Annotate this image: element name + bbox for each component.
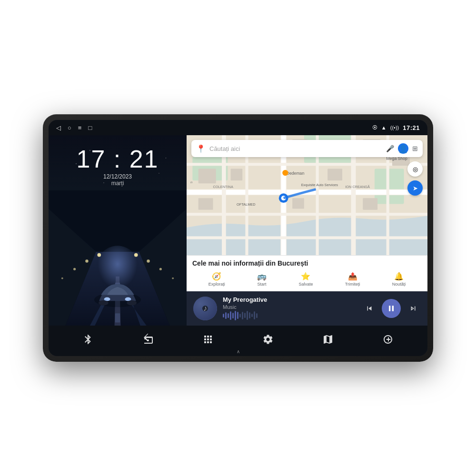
explorați-icon: 🧭 xyxy=(212,272,221,281)
bottom-nav-arrow: ∧ xyxy=(237,349,240,354)
right-panel: COLENTINA ION CREANGĂ Ș Carrefour Dragon… xyxy=(187,135,427,326)
waveform-bar-9 xyxy=(244,313,246,318)
info-card-title: Cele mai noi informații din București xyxy=(192,259,422,267)
screen: ◁ ○ ≡ □ ⦿ ▲ ((•)) 17:21 17 : 21 12/12/20… xyxy=(49,120,427,356)
waveform-bar-8 xyxy=(242,312,243,319)
waveform-bar-4 xyxy=(232,313,234,318)
nav-menu-icon[interactable]: ≡ xyxy=(78,124,82,131)
svg-rect-6 xyxy=(115,313,120,322)
svg-point-17 xyxy=(172,278,174,279)
svg-text:OFTALMED: OFTALMED xyxy=(237,202,256,207)
svg-point-59 xyxy=(282,170,288,176)
music-controls xyxy=(362,299,421,318)
waveform-bar-7 xyxy=(239,314,241,317)
svg-text:Dedeman: Dedeman xyxy=(287,171,305,176)
search-placeholder: Căutați aici xyxy=(209,145,382,152)
svg-text:Ș: Ș xyxy=(189,181,193,183)
svg-point-13 xyxy=(61,278,63,279)
svg-point-15 xyxy=(147,259,149,262)
bluetooth-icon: ⦿ xyxy=(372,125,377,130)
noutăți-icon: 🔔 xyxy=(394,272,404,281)
tab-explorați[interactable]: 🧭 Explorați xyxy=(208,272,225,287)
music-title: My Prerogative xyxy=(223,296,356,303)
grid-icon[interactable]: ⊞ xyxy=(412,145,418,152)
bottom-nav: ∧ xyxy=(49,326,427,356)
car-illustration xyxy=(49,190,187,326)
play-pause-button[interactable] xyxy=(382,299,401,318)
lock-date: 12/12/2023 xyxy=(103,173,132,180)
start-label: Start xyxy=(258,282,267,287)
signal-icon: ((•)) xyxy=(390,125,399,130)
music-info: My Prerogative Music xyxy=(223,296,356,321)
svg-text:Exquisite Auto Services: Exquisite Auto Services xyxy=(301,183,338,187)
radio-nav-icon xyxy=(142,334,154,348)
lock-time: 17 : 21 xyxy=(76,147,159,171)
waveform-bar-10 xyxy=(247,311,248,320)
navigation-btn[interactable]: ➤ xyxy=(407,180,423,196)
music-player: ♪ My Prerogative Music xyxy=(187,291,427,326)
main-content: 17 : 21 12/12/2023 marți xyxy=(49,135,427,326)
svg-rect-38 xyxy=(187,236,427,239)
bluetooth-nav-icon xyxy=(82,334,94,348)
music-note-icon: ♪ xyxy=(203,304,207,313)
voice-search-icon[interactable]: 🎤 xyxy=(386,145,394,152)
nav-maps[interactable] xyxy=(322,334,334,348)
svg-rect-50 xyxy=(363,198,377,210)
trimiteți-label: Trimiteți xyxy=(345,282,360,287)
svg-rect-37 xyxy=(187,213,427,216)
tab-noutăți[interactable]: 🔔 Noutăți xyxy=(392,272,406,287)
location-btn[interactable]: ◎ xyxy=(407,161,423,177)
map-background: COLENTINA ION CREANGĂ Ș Carrefour Dragon… xyxy=(187,135,427,255)
svg-rect-48 xyxy=(198,198,213,210)
nav-screenshot-icon[interactable]: □ xyxy=(88,124,92,131)
explorați-label: Explorați xyxy=(208,282,225,287)
apps-nav-icon xyxy=(202,334,214,348)
nav-radio[interactable] xyxy=(142,334,154,348)
tab-start[interactable]: 🚌 Start xyxy=(257,272,267,287)
svg-rect-29 xyxy=(375,169,404,204)
waveform-bar-5 xyxy=(235,311,236,320)
nav-settings[interactable] xyxy=(262,334,274,348)
svg-rect-49 xyxy=(292,198,304,208)
nav-back-icon[interactable]: ◁ xyxy=(56,124,61,131)
info-tabs: 🧭 Explorați 🚌 Start ⭐ Salvate 📤 xyxy=(192,270,422,288)
svg-point-24 xyxy=(99,300,109,305)
trimiteți-icon: 📤 xyxy=(348,272,357,281)
nav-buttons: ◁ ○ ≡ □ xyxy=(56,124,92,131)
nav-apps[interactable] xyxy=(202,334,214,348)
salvate-label: Salvate xyxy=(298,282,313,287)
prev-button[interactable] xyxy=(362,301,377,316)
tab-trimiteți[interactable]: 📤 Trimiteți xyxy=(345,272,360,287)
svg-rect-43 xyxy=(231,169,243,180)
svg-point-12 xyxy=(73,268,76,270)
waveform-bar-2 xyxy=(228,313,229,318)
nav-home-icon[interactable]: ○ xyxy=(68,124,71,131)
lock-screen-panel: 17 : 21 12/12/2023 marți xyxy=(49,135,187,326)
waveform-bar-12 xyxy=(251,314,253,317)
map-controls: ◎ ➤ xyxy=(407,161,423,196)
waveform-bar-1 xyxy=(225,312,227,319)
search-action-icons: 🎤 👤 ⊞ xyxy=(386,143,418,154)
map-search-bar[interactable]: 📍 Căutați aici 🎤 👤 ⊞ xyxy=(191,140,423,157)
svg-text:ION CREANGĂ: ION CREANGĂ xyxy=(345,185,370,189)
tab-salvate[interactable]: ⭐ Salvate xyxy=(298,272,313,287)
svg-rect-36 xyxy=(187,163,427,166)
nav-extra[interactable] xyxy=(382,334,394,348)
waveform-bar-11 xyxy=(249,312,250,318)
next-button[interactable] xyxy=(406,301,421,316)
settings-nav-icon xyxy=(262,334,274,348)
status-indicators: ⦿ ▲ ((•)) 17:21 xyxy=(372,124,420,131)
svg-point-16 xyxy=(159,268,162,270)
svg-point-11 xyxy=(85,259,88,262)
salvate-icon: ⭐ xyxy=(301,272,310,281)
extra-nav-icon xyxy=(382,334,394,348)
start-icon: 🚌 xyxy=(257,272,267,281)
music-subtitle: Music xyxy=(223,304,356,310)
account-icon[interactable]: 👤 xyxy=(398,143,408,154)
map-container[interactable]: COLENTINA ION CREANGĂ Ș Carrefour Dragon… xyxy=(187,135,427,255)
waveform-bar-6 xyxy=(237,312,238,319)
nav-bluetooth[interactable] xyxy=(82,334,94,348)
svg-rect-42 xyxy=(198,169,216,183)
lock-day: marți xyxy=(111,180,124,187)
google-maps-icon: 📍 xyxy=(196,144,206,153)
